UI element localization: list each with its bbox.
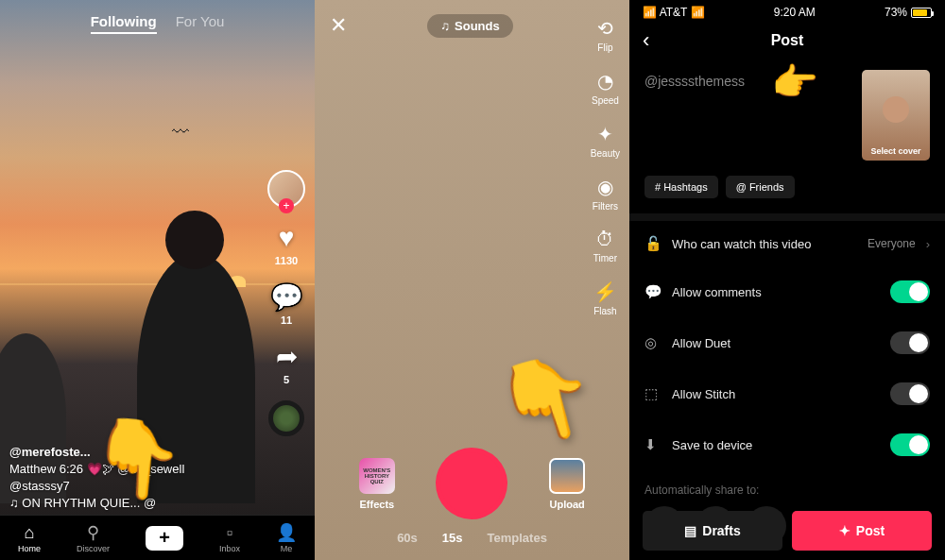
lock-icon: 🔓 <box>644 235 662 252</box>
pointer-hand-icon: 👇 <box>86 411 188 507</box>
nav-home[interactable]: ⌂Home <box>18 523 41 553</box>
carrier-text: 📶 AT&T 📶 <box>643 6 705 19</box>
post-icon: ✦ <box>839 523 850 538</box>
sounds-button[interactable]: ♫Sounds <box>427 14 512 38</box>
auto-share-label: Automatically share to: <box>644 484 930 497</box>
privacy-row[interactable]: 🔓 Who can watch this video Everyone › <box>644 221 930 266</box>
timer-icon: ⏱ <box>595 229 614 250</box>
cover-selector[interactable]: Select cover <box>862 70 930 161</box>
save-row: ⬇ Save to device <box>644 419 930 470</box>
flash-icon: ⚡ <box>593 280 617 303</box>
battery-percent: 73% <box>885 6 907 19</box>
search-icon: ⚲ <box>87 522 99 543</box>
nav-inbox[interactable]: ▫Inbox <box>219 523 240 553</box>
comment-count: 11 <box>281 314 292 326</box>
duration-templates[interactable]: Templates <box>488 531 547 545</box>
drafts-button[interactable]: ▤Drafts <box>643 511 782 551</box>
comment-icon: 💬 <box>644 283 662 300</box>
tab-following[interactable]: Following <box>91 13 157 34</box>
stitch-icon: ⬚ <box>644 385 662 402</box>
profile-icon: 👤 <box>276 522 297 543</box>
post-screen: 📶 AT&T 📶 9:20 AM 73% ‹ Post @jesssstheme… <box>629 0 945 560</box>
duet-toggle[interactable] <box>890 331 930 354</box>
duration-selector: 60s 15s Templates <box>315 519 629 551</box>
hashtags-chip[interactable]: # Hashtags <box>644 176 718 198</box>
camera-controls: WOMEN'SHISTORYQUIZEffects Upload 60s 15s… <box>315 438 629 560</box>
plus-icon: + <box>146 526 183 551</box>
camera-side-tools: ⟲Flip ◔Speed ✦Beauty ◉Filters ⏱Timer ⚡Fl… <box>591 17 620 316</box>
flash-button[interactable]: ⚡Flash <box>593 280 617 316</box>
sound-disc[interactable] <box>268 400 304 436</box>
duration-15s[interactable]: 15s <box>442 531 463 545</box>
duet-row: ◎ Allow Duet <box>644 317 930 368</box>
effects-button[interactable]: WOMEN'SHISTORYQUIZEffects <box>359 458 395 510</box>
action-rail: ♥ 1130 💬 11 ➦ 5 <box>267 170 305 436</box>
comments-row: 💬 Allow comments <box>644 266 930 317</box>
comments-toggle[interactable] <box>890 280 930 303</box>
nav-discover[interactable]: ⚲Discover <box>77 522 110 553</box>
timer-button[interactable]: ⏱Timer <box>593 229 617 263</box>
close-button[interactable]: ✕ <box>330 13 347 38</box>
duration-60s[interactable]: 60s <box>397 531 418 545</box>
caption-input[interactable]: @jessssthemess <box>644 70 850 89</box>
save-toggle[interactable] <box>890 433 930 456</box>
comment-button[interactable]: 💬 11 <box>270 281 303 326</box>
speed-button[interactable]: ◔Speed <box>592 70 619 106</box>
home-icon: ⌂ <box>25 523 35 543</box>
like-count: 1130 <box>275 255 298 266</box>
music-icon: ♫ <box>440 19 450 33</box>
effects-thumb: WOMEN'SHISTORYQUIZ <box>359 458 395 494</box>
creator-avatar[interactable] <box>267 170 305 208</box>
duet-icon: ◎ <box>644 334 662 351</box>
camera-header: ✕ ♫Sounds <box>315 0 629 51</box>
beauty-button[interactable]: ✦Beauty <box>591 123 620 159</box>
flip-button[interactable]: ⟲Flip <box>597 17 613 53</box>
status-time: 9:20 AM <box>774 6 816 19</box>
feed-screen: Following For You 〰 ♥ 1130 💬 11 ➦ 5 @mer… <box>0 0 315 560</box>
filters-button[interactable]: ◉Filters <box>593 176 618 212</box>
page-title: Post <box>643 32 932 49</box>
post-footer: ▤Drafts ✦Post <box>629 501 945 560</box>
nav-create[interactable]: + <box>146 526 183 551</box>
share-icon: ➦ <box>276 341 298 372</box>
stitch-toggle[interactable] <box>890 382 930 405</box>
beauty-icon: ✦ <box>597 123 613 145</box>
like-button[interactable]: ♥ 1130 <box>275 223 298 266</box>
battery-icon <box>911 8 932 18</box>
tab-for-you[interactable]: For You <box>176 13 225 34</box>
post-header: ‹ Post <box>629 21 945 60</box>
nav-me[interactable]: 👤Me <box>276 522 297 553</box>
feed-tabs: Following For You <box>0 0 315 47</box>
flip-icon: ⟲ <box>597 17 613 40</box>
share-count: 5 <box>284 374 289 385</box>
share-button[interactable]: ➦ 5 <box>276 341 298 385</box>
divider <box>629 213 945 221</box>
friends-chip[interactable]: @ Friends <box>726 176 795 198</box>
filters-icon: ◉ <box>597 176 613 198</box>
chevron-right-icon: › <box>926 237 930 251</box>
bottom-nav: ⌂Home ⚲Discover + ▫Inbox 👤Me <box>0 515 315 560</box>
pointer-hand-icon: 👇 <box>773 58 817 105</box>
comment-icon: 💬 <box>270 281 303 313</box>
stitch-row: ⬚ Allow Stitch <box>644 368 930 419</box>
heart-icon: ♥ <box>279 223 295 253</box>
inbox-icon: ▫ <box>227 523 232 543</box>
bird-silhouette: 〰 <box>172 123 189 143</box>
drafts-icon: ▤ <box>684 523 696 538</box>
upload-button[interactable]: Upload <box>549 458 585 510</box>
post-button[interactable]: ✦Post <box>792 511 932 551</box>
download-icon: ⬇ <box>644 436 662 453</box>
upload-thumb <box>549 458 585 494</box>
camera-screen: ✕ ♫Sounds ⟲Flip ◔Speed ✦Beauty ◉Filters … <box>315 0 629 560</box>
record-button[interactable] <box>436 448 507 519</box>
speed-icon: ◔ <box>597 70 613 93</box>
status-bar: 📶 AT&T 📶 9:20 AM 73% <box>629 0 945 21</box>
